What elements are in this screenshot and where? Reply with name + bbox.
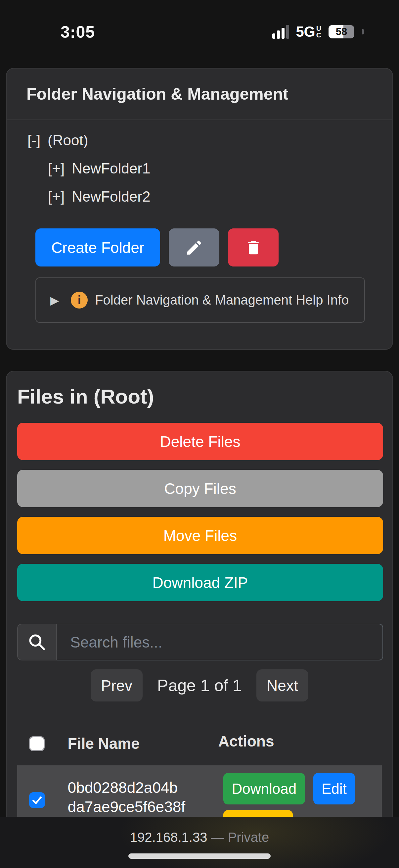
move-files-button[interactable]: Move Files — [17, 517, 383, 554]
private-badge: — Private — [207, 830, 269, 844]
delete-folder-button[interactable] — [228, 228, 278, 267]
search-icon-box — [17, 624, 57, 660]
page-indicator: Page 1 of 1 — [157, 676, 242, 695]
file-search — [17, 624, 383, 660]
cellular-signal-icon — [272, 25, 289, 39]
battery-percent: 58 — [329, 25, 354, 38]
select-all-checkbox[interactable] — [29, 736, 45, 751]
file-name-column-header: File Name — [57, 735, 215, 752]
network-label: 5G — [296, 24, 315, 40]
collapse-toggle[interactable]: [-] — [28, 126, 40, 154]
next-page-button[interactable]: Next — [257, 670, 308, 702]
edit-file-button[interactable]: Edit — [313, 773, 355, 804]
folder-buttons: Create Folder — [35, 228, 392, 267]
tree-node-newfolder2[interactable]: [+] NewFolder2 — [28, 182, 392, 211]
pencil-icon — [185, 238, 203, 257]
row-checkbox[interactable] — [29, 792, 45, 808]
expand-toggle[interactable]: [+] — [48, 154, 65, 182]
url-host[interactable]: 192.168.1.33 — [130, 830, 207, 844]
expand-toggle[interactable]: [+] — [48, 182, 65, 211]
battery-nub — [362, 29, 364, 34]
rename-folder-button[interactable] — [169, 228, 219, 267]
help-label[interactable]: Folder Navigation & Management Help Info — [95, 292, 349, 308]
network-sub-label: U C — [316, 25, 321, 38]
tree-node-label[interactable]: (Root) — [47, 126, 88, 154]
tree-node-root[interactable]: [-] (Root) — [28, 126, 392, 154]
tree-node-label[interactable]: NewFolder2 — [72, 182, 150, 211]
files-card: Files in (Root) Delete Files Copy Files … — [6, 371, 393, 868]
folder-card-header: Folder Navigation & Management — [7, 68, 392, 120]
files-card-title: Files in (Root) — [17, 384, 382, 409]
download-zip-button[interactable]: Download ZIP — [17, 564, 383, 601]
status-bar: 3:05 5G U C 58 — [0, 0, 399, 56]
search-input[interactable] — [57, 624, 383, 660]
address-bar[interactable]: 192.168.1.33 — Private — [0, 830, 399, 845]
status-icons: 5G U C 58 — [272, 23, 364, 40]
folder-tree: [-] (Root) [+] NewFolder1 [+] NewFolder2 — [28, 126, 392, 211]
clock: 3:05 — [61, 23, 95, 42]
tree-node-newfolder1[interactable]: [+] NewFolder1 — [28, 154, 392, 182]
delete-files-button[interactable]: Delete Files — [17, 423, 383, 460]
help-disclosure[interactable]: ▶ i Folder Navigation & Management Help … — [35, 277, 365, 323]
prev-page-button[interactable]: Prev — [91, 670, 142, 702]
battery-icon: 58 — [329, 25, 354, 38]
create-folder-button[interactable]: Create Folder — [35, 228, 160, 267]
pagination: Prev Page 1 of 1 Next — [17, 670, 382, 702]
actions-column-header: Actions — [215, 732, 382, 750]
download-file-button[interactable]: Download — [223, 773, 305, 804]
copy-files-button[interactable]: Copy Files — [17, 470, 383, 507]
safari-bottom-bar: 192.168.1.33 — Private — [0, 817, 399, 868]
tree-node-label[interactable]: NewFolder1 — [72, 154, 150, 182]
select-all-cell — [17, 736, 57, 751]
folder-card-title: Folder Navigation & Management — [27, 85, 289, 104]
info-icon: i — [71, 292, 88, 309]
trash-icon — [244, 238, 262, 257]
disclosure-triangle-icon[interactable]: ▶ — [50, 293, 59, 307]
network-type: 5G U C — [296, 24, 321, 40]
file-table-header: File Name Actions — [17, 725, 382, 762]
search-icon — [27, 632, 47, 652]
folder-navigation-card: Folder Navigation & Management [-] (Root… — [6, 68, 393, 350]
home-indicator[interactable] — [128, 854, 271, 859]
